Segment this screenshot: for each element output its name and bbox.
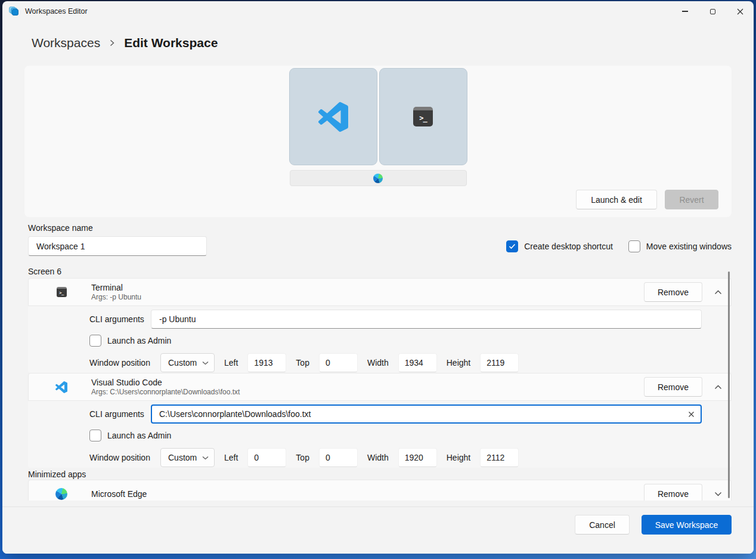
clear-x-icon bbox=[688, 411, 695, 418]
width-label: Width bbox=[367, 453, 389, 462]
vscode-height-input[interactable] bbox=[480, 448, 519, 467]
vertical-scrollbar[interactable] bbox=[728, 271, 730, 498]
chevron-up-icon bbox=[714, 385, 722, 390]
launch-and-edit-button[interactable]: Launch & edit bbox=[576, 190, 657, 209]
breadcrumb: Workspaces Edit Workspace bbox=[2, 21, 754, 66]
remove-edge-button[interactable]: Remove bbox=[644, 484, 702, 501]
position-mode-value: Custom bbox=[168, 453, 202, 462]
create-shortcut-label: Create desktop shortcut bbox=[524, 242, 613, 251]
terminal-icon: >_ bbox=[57, 287, 67, 297]
app-header-terminal[interactable]: >_ Terminal Args: -p Ubuntu Remove bbox=[28, 278, 732, 306]
app-details-terminal: CLI arguments Launch as Admin Window pos… bbox=[28, 306, 732, 373]
vscode-icon bbox=[318, 102, 348, 132]
chevron-down-icon bbox=[714, 492, 722, 496]
terminal-left-input[interactable] bbox=[247, 353, 286, 372]
height-label: Height bbox=[447, 358, 470, 367]
terminal-cli-arguments-input[interactable] bbox=[151, 310, 702, 329]
terminal-top-input[interactable] bbox=[319, 353, 358, 372]
app-args-summary: Args: C:\Users\connorplante\Downloads\fo… bbox=[91, 388, 240, 396]
cli-arguments-label: CLI arguments bbox=[89, 314, 151, 324]
app-name: Terminal bbox=[91, 283, 141, 292]
edge-icon bbox=[55, 488, 67, 500]
save-workspace-button[interactable]: Save Workspace bbox=[642, 515, 732, 535]
vscode-left-input[interactable] bbox=[247, 448, 286, 467]
minimize-button[interactable] bbox=[671, 1, 699, 21]
expand-edge-button[interactable] bbox=[708, 484, 727, 501]
vscode-launch-as-admin-option[interactable]: Launch as Admin bbox=[89, 430, 171, 441]
minimize-icon bbox=[682, 11, 688, 11]
page-title: Edit Workspace bbox=[124, 36, 218, 50]
breadcrumb-workspaces[interactable]: Workspaces bbox=[32, 36, 100, 50]
check-icon bbox=[509, 243, 516, 249]
monitor-preview: >_ bbox=[289, 68, 467, 165]
launch-as-admin-label: Launch as Admin bbox=[107, 336, 171, 345]
chevron-up-icon bbox=[714, 290, 722, 295]
window-position-label: Window position bbox=[89, 453, 151, 462]
scrollbar-thumb[interactable] bbox=[728, 271, 730, 498]
terminal-height-input[interactable] bbox=[480, 353, 519, 372]
terminal-position-dropdown[interactable]: Custom bbox=[160, 353, 215, 372]
terminal-icon: >_ bbox=[413, 107, 433, 126]
app-name: Microsoft Edge bbox=[91, 489, 147, 499]
minimized-apps-label: Minimized apps bbox=[28, 470, 732, 479]
vscode-position-dropdown[interactable]: Custom bbox=[160, 448, 215, 467]
move-windows-label: Move existing windows bbox=[646, 242, 732, 251]
revert-button: Revert bbox=[665, 190, 718, 209]
vscode-width-input[interactable] bbox=[398, 448, 437, 467]
edge-icon bbox=[373, 174, 383, 183]
app-section-terminal: >_ Terminal Args: -p Ubuntu Remove CLI bbox=[28, 278, 732, 373]
move-windows-checkbox[interactable] bbox=[628, 240, 640, 252]
workspace-name-input[interactable] bbox=[28, 236, 207, 256]
height-label: Height bbox=[447, 453, 470, 462]
top-label: Top bbox=[296, 453, 309, 462]
app-header-vscode[interactable]: Visual Studio Code Args: C:\Users\connor… bbox=[28, 373, 732, 401]
footer-bar: Cancel Save Workspace bbox=[2, 507, 754, 554]
app-header-edge[interactable]: Microsoft Edge Remove bbox=[28, 480, 732, 501]
close-icon bbox=[737, 8, 743, 15]
clear-input-button[interactable] bbox=[684, 407, 698, 421]
app-section-edge: Microsoft Edge Remove bbox=[28, 480, 732, 501]
window-position-label: Window position bbox=[89, 358, 151, 367]
left-label: Left bbox=[224, 358, 238, 367]
vscode-icon bbox=[55, 381, 67, 393]
app-details-vscode: CLI arguments Launch as Admin bbox=[28, 401, 732, 468]
vscode-admin-checkbox[interactable] bbox=[89, 430, 101, 441]
workspace-name-label: Workspace name bbox=[28, 223, 732, 233]
workspaces-editor-window: Workspaces Editor Workspaces Edit Worksp… bbox=[2, 1, 754, 554]
remove-vscode-button[interactable]: Remove bbox=[644, 377, 702, 397]
cancel-button[interactable]: Cancel bbox=[575, 515, 630, 535]
screen-section-label: Screen 6 bbox=[28, 267, 732, 276]
move-existing-windows-option[interactable]: Move existing windows bbox=[628, 240, 732, 252]
width-label: Width bbox=[367, 358, 389, 367]
terminal-admin-checkbox[interactable] bbox=[89, 335, 101, 347]
create-desktop-shortcut-option[interactable]: Create desktop shortcut bbox=[506, 240, 613, 252]
close-button[interactable] bbox=[726, 1, 754, 21]
preview-taskbar bbox=[290, 170, 467, 186]
top-label: Top bbox=[296, 358, 309, 367]
terminal-width-input[interactable] bbox=[398, 353, 437, 372]
cli-arguments-label: CLI arguments bbox=[89, 409, 151, 419]
collapse-vscode-button[interactable] bbox=[708, 378, 727, 397]
position-mode-value: Custom bbox=[168, 358, 202, 367]
maximize-button[interactable] bbox=[699, 1, 726, 21]
left-label: Left bbox=[224, 453, 238, 462]
chevron-down-icon bbox=[202, 361, 209, 365]
chevron-down-icon bbox=[202, 456, 209, 460]
launch-as-admin-label: Launch as Admin bbox=[107, 431, 171, 440]
chevron-right-icon bbox=[109, 39, 116, 47]
terminal-launch-as-admin-option[interactable]: Launch as Admin bbox=[89, 335, 171, 347]
workspaces-logo-icon bbox=[9, 7, 19, 16]
preview-window-terminal: >_ bbox=[379, 68, 467, 165]
app-list-scroll-region: Screen 6 >_ Terminal Args: -p Ubuntu Rem… bbox=[2, 267, 754, 501]
preview-window-vscode bbox=[289, 68, 377, 165]
titlebar: Workspaces Editor bbox=[2, 1, 754, 21]
remove-terminal-button[interactable]: Remove bbox=[644, 282, 702, 302]
app-name: Visual Studio Code bbox=[91, 378, 240, 387]
app-args-summary: Args: -p Ubuntu bbox=[91, 293, 141, 301]
create-shortcut-checkbox[interactable] bbox=[506, 240, 518, 252]
window-title: Workspaces Editor bbox=[25, 7, 88, 16]
maximize-icon bbox=[710, 9, 715, 14]
vscode-cli-arguments-input[interactable] bbox=[151, 404, 702, 424]
collapse-terminal-button[interactable] bbox=[708, 283, 727, 302]
vscode-top-input[interactable] bbox=[319, 448, 358, 467]
